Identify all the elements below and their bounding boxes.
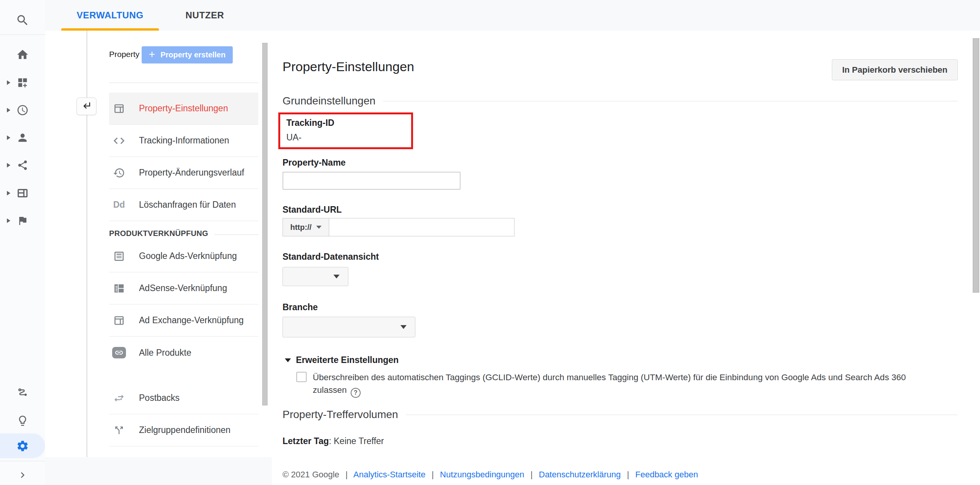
- nav-behavior[interactable]: [0, 182, 45, 204]
- expand-caret-icon: [7, 108, 10, 112]
- expand-caret-icon: [7, 191, 10, 195]
- nav-home[interactable]: [0, 44, 45, 65]
- sidebar-item-postbacks[interactable]: Postbacks: [109, 382, 258, 414]
- industry-select[interactable]: [283, 317, 415, 337]
- default-url-label: Standard-URL: [283, 205, 342, 215]
- copyright-text: © 2021 Google: [283, 470, 339, 479]
- tab-verwaltung[interactable]: VERWALTUNG: [61, 0, 159, 31]
- expand-caret-icon: [7, 163, 10, 168]
- property-settings-menu: Property-Einstellungen Tracking-Informat…: [109, 93, 258, 446]
- nav-admin[interactable]: [0, 435, 45, 457]
- sidebar-header-divider: [109, 83, 258, 83]
- left-nav-rail: [0, 0, 45, 485]
- share-nodes-icon: [17, 159, 28, 171]
- move-to-trash-button[interactable]: In Papierkorb verschieben: [832, 59, 958, 80]
- last-day-label: Letzter Tag: [283, 436, 329, 446]
- chevron-down-icon: [316, 226, 322, 229]
- history-icon: [111, 167, 127, 179]
- nav-acquisition[interactable]: [0, 155, 45, 176]
- link-icon: [111, 347, 127, 358]
- nav-discover[interactable]: [0, 410, 45, 431]
- column-connector-line: [87, 31, 87, 457]
- window-layout-icon: [111, 314, 127, 327]
- property-column: Property + Property erstellen Property-E…: [45, 31, 269, 485]
- rail-divider-top: [0, 34, 45, 35]
- sidebar-item-loeschanfragen[interactable]: Dd Löschanfragen für Daten: [109, 189, 258, 221]
- nav-realtime[interactable]: [0, 99, 45, 121]
- sidebar-item-property-einstellungen[interactable]: Property-Einstellungen: [109, 93, 258, 125]
- advanced-settings-toggle[interactable]: Erweiterte Einstellungen: [285, 355, 399, 365]
- sidebar-scrollbar-thumb[interactable]: [262, 43, 268, 405]
- property-settings-icon: [111, 103, 127, 115]
- gclid-override-label: Überschreiben des automatischen Taggings…: [313, 371, 906, 398]
- section-divider-line: [406, 415, 958, 415]
- section-divider-line: [383, 101, 958, 101]
- gclid-override-checkbox[interactable]: [296, 372, 307, 382]
- plus-icon: +: [149, 48, 155, 60]
- browser-window-icon: [16, 187, 29, 199]
- sidebar-item-adsense-verknuepfung[interactable]: AdSense-Verknüpfung: [109, 272, 258, 304]
- page-title: Property-Einstellungen: [283, 59, 414, 74]
- nav-conversions[interactable]: [0, 210, 45, 231]
- footer-link-nutzungsbedingungen[interactable]: Nutzungsbedingungen: [440, 470, 524, 479]
- nav-customization[interactable]: [0, 72, 45, 93]
- newspaper-icon: [111, 250, 127, 262]
- product-linking-section-header: PRODUKTVERKNÜPFUNG: [109, 221, 258, 240]
- last-day-row: Letzter Tag: Keine Treffer: [283, 436, 384, 446]
- create-property-button[interactable]: + Property erstellen: [142, 46, 233, 63]
- sidebar-item-google-ads-verknuepfung[interactable]: Google Ads-Verknüpfung: [109, 240, 258, 272]
- flag-icon: [17, 215, 28, 226]
- expand-caret-icon: [7, 80, 10, 85]
- customization-icon: [17, 77, 28, 88]
- nav-audience[interactable]: [0, 127, 45, 148]
- default-url-input[interactable]: [329, 218, 514, 236]
- default-view-label: Standard-Datenansicht: [283, 252, 379, 262]
- default-url-row: http://: [283, 218, 514, 236]
- section-divider-line: [214, 234, 258, 235]
- list-table-icon: [111, 282, 127, 295]
- help-icon[interactable]: ?: [351, 388, 361, 398]
- sidebar-item-tracking-informationen[interactable]: Tracking-Informationen: [109, 125, 258, 157]
- back-arrow-icon: [81, 100, 92, 112]
- search-icon: [16, 13, 29, 27]
- gear-icon: [16, 439, 29, 452]
- tab-verwaltung-label: VERWALTUNG: [77, 10, 143, 21]
- sidebar-item-alle-produkte[interactable]: Alle Produkte: [109, 337, 258, 369]
- lightbulb-icon: [16, 415, 29, 427]
- tracking-id-label: Tracking-ID: [286, 118, 334, 128]
- search-button[interactable]: [0, 10, 45, 31]
- footer-link-feedback-geben[interactable]: Feedback geben: [635, 470, 698, 479]
- sidebar-item-property-aenderungsverlauf[interactable]: Property-Änderungsverlauf: [109, 157, 258, 189]
- page-footer: © 2021 Google | Analytics-Startseite | N…: [283, 470, 698, 480]
- footer-link-datenschutzerklaerung[interactable]: Datenschutzerklärung: [539, 470, 621, 479]
- tracking-id-value: UA-: [286, 132, 302, 143]
- nav-attribution[interactable]: [0, 382, 45, 404]
- sidebar-item-ad-exchange-verknuepfung[interactable]: Ad Exchange-Verknüpfung: [109, 304, 258, 337]
- sidebar-footer-background: [45, 457, 272, 485]
- default-view-select[interactable]: [283, 267, 348, 286]
- property-name-label: Property-Name: [283, 158, 346, 168]
- fork-split-icon: [111, 425, 127, 436]
- sidebar-gap: [109, 369, 258, 382]
- back-button[interactable]: [77, 98, 96, 115]
- top-tab-bar: VERWALTUNG NUTZER: [45, 0, 980, 31]
- expand-caret-icon: [7, 135, 10, 140]
- route-icon: [16, 387, 29, 399]
- hit-volume-section-header: Property-Treffervolumen: [283, 409, 958, 421]
- swap-arrows-icon: [111, 392, 127, 404]
- triangle-down-icon: [285, 358, 291, 362]
- sidebar-item-zielgruppendefinitionen[interactable]: Zielgruppendefinitionen: [109, 414, 258, 446]
- property-name-input[interactable]: [283, 172, 461, 190]
- chevron-right-icon: [17, 469, 28, 481]
- rail-divider-bottom: [0, 461, 45, 461]
- protocol-dropdown[interactable]: http://: [283, 218, 329, 236]
- main-scrollbar-thumb[interactable]: [973, 38, 979, 293]
- clock-icon: [16, 104, 29, 116]
- tab-nutzer[interactable]: NUTZER: [170, 0, 239, 31]
- industry-label: Branche: [283, 302, 318, 312]
- main-content: Property-Einstellungen In Papierkorb ver…: [283, 31, 980, 485]
- footer-link-analytics-startseite[interactable]: Analytics-Startseite: [353, 470, 425, 479]
- basic-settings-section-header: Grundeinstellungen: [283, 95, 958, 107]
- last-day-value: : Keine Treffer: [329, 436, 384, 446]
- collapse-rail-button[interactable]: [0, 464, 45, 485]
